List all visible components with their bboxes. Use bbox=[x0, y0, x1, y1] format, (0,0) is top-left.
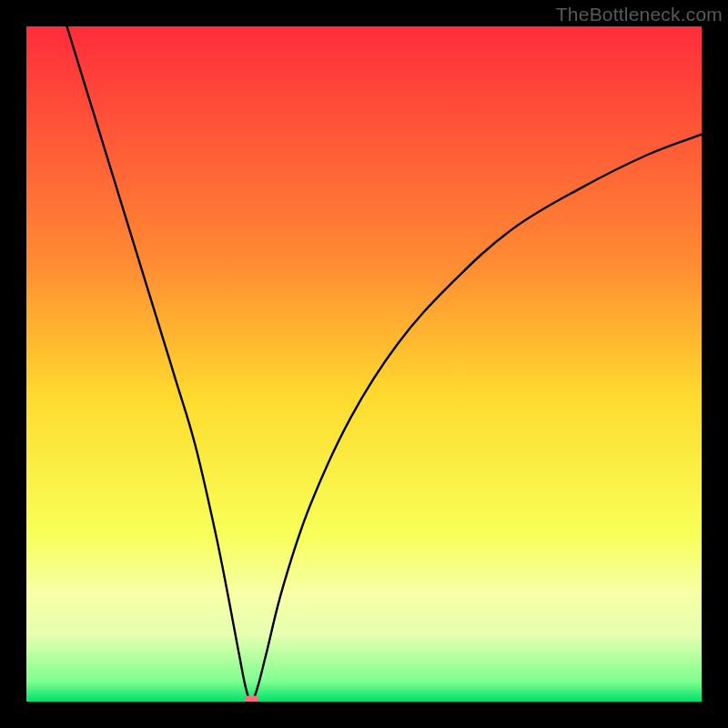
minimum-marker bbox=[245, 696, 259, 702]
bottleneck-chart bbox=[26, 26, 702, 702]
chart-frame bbox=[26, 26, 702, 702]
chart-background bbox=[26, 26, 702, 702]
watermark-text: TheBottleneck.com bbox=[556, 4, 723, 25]
